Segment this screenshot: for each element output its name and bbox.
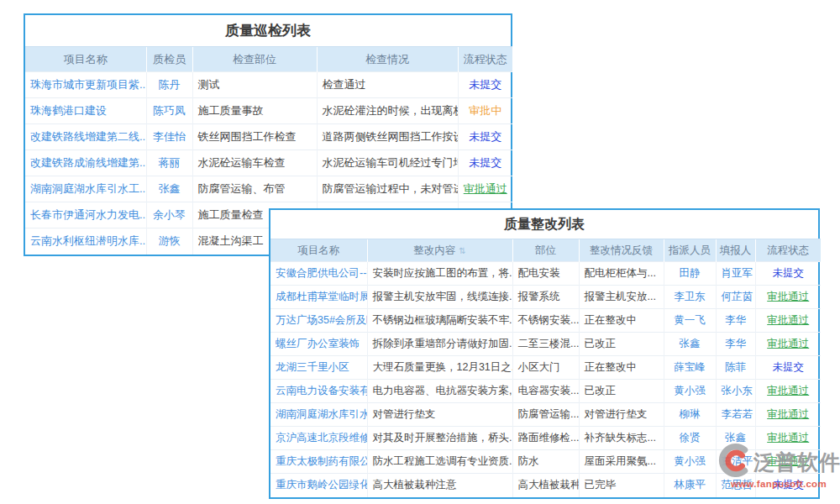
table-cell[interactable]: 何芷茵 <box>716 286 755 309</box>
table-cell[interactable]: 陈巧凤 <box>146 98 192 124</box>
table-cell[interactable]: 未提交 <box>755 356 821 380</box>
table-cell: 不锈钢安装... <box>512 309 579 333</box>
table-row[interactable]: 安徽合肥供电公司--配电设备...安装时应按施工图的布置，将...配电安装配电柜… <box>270 262 821 286</box>
table-cell: 防水工程施工选调有专业资质... <box>367 450 512 474</box>
table-cell: 正在整改中 <box>579 356 664 380</box>
table-cell[interactable]: 改建铁路成渝线增建第... <box>25 150 146 176</box>
table-cell[interactable]: 审批通过 <box>755 380 821 403</box>
table-cell: 防腐管运输... <box>512 403 579 427</box>
table-cell[interactable]: 湖南洞庭湖水库引水工... <box>25 176 146 202</box>
table-row[interactable]: 螺丝厂办公室装饰拆除到承重墙部分请做好加固...二至三楼混...已改正张鑫李华审… <box>270 333 821 356</box>
table-cell[interactable]: 未提交 <box>458 72 512 98</box>
column-header-label: 项目名称 <box>64 53 108 66</box>
table-cell[interactable]: 万达广场35#会所及咖啡厅空... <box>270 309 367 333</box>
table-cell[interactable]: 余小琴 <box>146 202 192 228</box>
table-cell[interactable]: 京沪高速北京段维修 <box>270 427 367 450</box>
column-header: 整改情况反馈 <box>579 239 664 262</box>
table-cell[interactable]: 肖亚军 <box>716 262 755 286</box>
table-cell[interactable]: 珠海鹤港口建设 <box>25 98 146 124</box>
table-row[interactable]: 湖南洞庭湖水库引水工...张鑫防腐管运输、布管防腐管运输过程中，未对管进行...… <box>25 176 512 202</box>
column-header-label: 质检员 <box>153 53 186 66</box>
table-cell: 水泥砼运输车司机经过专门培训... <box>317 150 458 176</box>
table-cell[interactable]: 湖南洞庭湖水库引水工程施工标 <box>270 403 367 427</box>
table-cell[interactable]: 黄小强 <box>664 380 716 403</box>
table-cell[interactable]: 未提交 <box>755 262 821 286</box>
table-cell[interactable]: 陈丹 <box>146 72 192 98</box>
table-cell: 已完毕 <box>579 474 664 497</box>
table-cell: 二至三楼混... <box>512 333 579 356</box>
column-header: 流程状态 <box>755 239 821 262</box>
table-cell[interactable]: 黄小强 <box>664 450 716 474</box>
table-cell[interactable]: 张鑫 <box>664 333 716 356</box>
table-cell: 水泥砼灌注的时候，出现离析现象 <box>317 98 458 124</box>
table-cell[interactable]: 李华 <box>716 333 755 356</box>
table-cell[interactable]: 重庆市鹅岭公园绿化景观提升... <box>270 474 367 497</box>
column-header[interactable]: 整改内容⇅ <box>367 239 512 262</box>
table-cell[interactable]: 蒋丽 <box>146 150 192 176</box>
column-header-label: 指派人员 <box>669 244 711 256</box>
table-cell[interactable]: 审批通过 <box>755 286 821 309</box>
table-cell[interactable]: 张小东 <box>716 380 755 403</box>
column-header-label: 检查部位 <box>233 53 276 66</box>
table-cell[interactable]: 审批中 <box>458 98 512 124</box>
table-cell[interactable]: 李佳怡 <box>146 124 192 150</box>
table-cell: 铁丝网围挡工作检查 <box>192 124 317 150</box>
column-header: 流程状态 <box>458 47 512 72</box>
table-cell: 正在整改中 <box>579 309 664 333</box>
table-cell[interactable]: 审批通过 <box>755 333 821 356</box>
table-cell[interactable]: 螺丝厂办公室装饰 <box>270 333 367 356</box>
table-cell[interactable]: 黄一飞 <box>664 309 716 333</box>
table-cell[interactable]: 田静 <box>664 262 716 286</box>
table-cell: 水泥砼运输车检查 <box>192 150 317 176</box>
table-cell[interactable]: 游恢 <box>146 228 192 255</box>
table-cell[interactable]: 改建铁路线增建第二线... <box>25 124 146 150</box>
table-row[interactable]: 改建铁路成渝线增建第...蒋丽水泥砼运输车检查水泥砼运输车司机经过专门培训...… <box>25 150 512 176</box>
table-cell: 补齐缺失标志... <box>579 427 664 450</box>
table-cell[interactable]: 珠海市城市更新项目紫... <box>25 72 146 98</box>
table-cell[interactable]: 重庆太极制药有限公司亳州中... <box>270 450 367 474</box>
table-row[interactable]: 珠海鹤港口建设陈巧凤施工质量事故水泥砼灌注的时候，出现离析现象审批中 <box>25 98 512 124</box>
column-header-label: 整改内容 <box>413 244 455 256</box>
table-row[interactable]: 云南电力设备安装有限公司20...电力电容器、电抗器安装方案,...电容器安装.… <box>270 380 821 403</box>
column-header: 项目名称 <box>270 239 367 262</box>
table-cell[interactable]: 审批通过 <box>755 403 821 427</box>
column-header: 项目名称 <box>25 47 146 72</box>
table-cell: 路面维修检... <box>512 427 579 450</box>
table-cell[interactable]: 审批通过 <box>755 309 821 333</box>
sort-icon[interactable]: ⇅ <box>459 246 465 255</box>
quality-rectification-title: 质量整改列表 <box>270 210 818 239</box>
table-cell[interactable]: 张鑫 <box>146 176 192 202</box>
table-cell: 检查通过 <box>317 72 458 98</box>
table-cell[interactable]: 薛宝峰 <box>664 356 716 380</box>
table-cell[interactable]: 李卫东 <box>664 286 716 309</box>
table-cell: 安装时应按施工图的布置，将... <box>367 262 512 286</box>
table-cell[interactable]: 云南电力设备安装有限公司20... <box>270 380 367 403</box>
table-cell[interactable]: 长春市伊通河水力发电... <box>25 202 146 228</box>
table-cell: 防腐管运输、布管 <box>192 176 317 202</box>
table-cell[interactable]: 李华 <box>716 309 755 333</box>
table-cell[interactable]: 成都杜甫草堂临时展厅独立展... <box>270 286 367 309</box>
column-header: 填报人 <box>716 239 755 262</box>
table-cell[interactable]: 柳琳 <box>664 403 716 427</box>
table-cell[interactable]: 未提交 <box>458 124 512 150</box>
table-cell[interactable]: 陈菲 <box>716 356 755 380</box>
table-cell[interactable]: 林康平 <box>664 474 716 497</box>
table-cell[interactable]: 云南水利枢纽潜明水库... <box>25 228 146 255</box>
table-cell[interactable]: 未提交 <box>458 150 512 176</box>
column-header-label: 部位 <box>535 244 556 256</box>
table-cell[interactable]: 安徽合肥供电公司--配电设备... <box>270 262 367 286</box>
table-row[interactable]: 成都杜甫草堂临时展厅独立展...报警主机安放牢固，线缆连接...报警系统报警主机… <box>270 286 821 309</box>
column-header-label: 项目名称 <box>297 244 339 256</box>
table-row[interactable]: 改建铁路线增建第二线...李佳怡铁丝网围挡工作检查道路两侧铁丝网围挡工作按设计.… <box>25 124 512 150</box>
table-cell[interactable]: 龙湖三千里小区 <box>270 356 367 380</box>
table-cell[interactable]: 李若若 <box>716 403 755 427</box>
table-cell[interactable]: 审批通过 <box>458 176 512 202</box>
table-cell: 施工质量事故 <box>192 98 317 124</box>
table-cell: 屋面采用聚氨... <box>579 450 664 474</box>
table-row[interactable]: 湖南洞庭湖水库引水工程施工标对管进行垫支防腐管运输...对管进行垫支柳琳李若若审… <box>270 403 821 427</box>
fanpu-url: www.fanpusoft.com <box>721 479 837 489</box>
table-row[interactable]: 龙湖三千里小区大理石质量更换，12月31日之...小区大门正在整改中薛宝峰陈菲未… <box>270 356 821 380</box>
table-row[interactable]: 珠海市城市更新项目紫...陈丹测试检查通过未提交 <box>25 72 512 98</box>
table-cell[interactable]: 徐贤 <box>664 427 716 450</box>
table-row[interactable]: 万达广场35#会所及咖啡厅空...不锈钢边框玻璃隔断安装不牢...不锈钢安装..… <box>270 309 821 333</box>
